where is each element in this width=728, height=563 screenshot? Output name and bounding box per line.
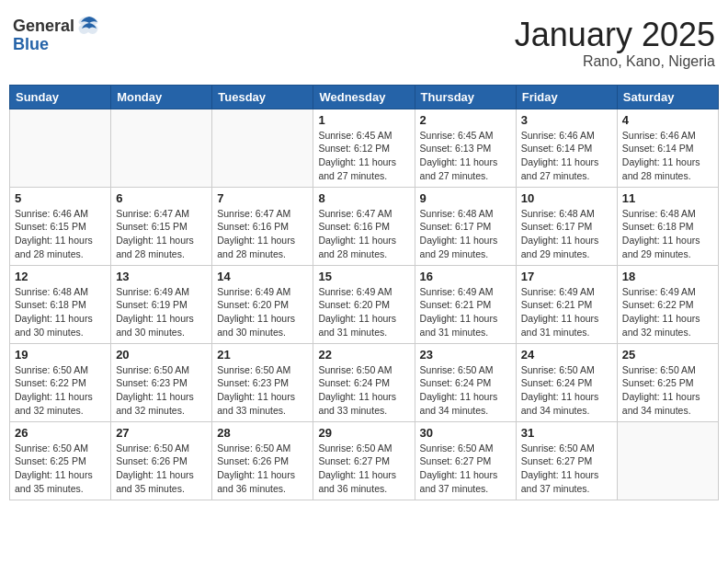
month-title: January 2025 (515, 17, 715, 53)
day-info: Sunrise: 6:49 AMSunset: 6:20 PMDaylight:… (318, 285, 409, 339)
calendar-cell: 21Sunrise: 6:50 AMSunset: 6:23 PMDayligh… (212, 343, 313, 421)
day-info: Sunrise: 6:45 AMSunset: 6:13 PMDaylight:… (420, 129, 511, 183)
day-number: 5 (15, 191, 106, 205)
day-number: 2 (420, 113, 511, 127)
page-header: General Blue January 2025 Rano, Kano, Ni… (9, 9, 719, 77)
calendar-cell: 22Sunrise: 6:50 AMSunset: 6:24 PMDayligh… (313, 343, 415, 421)
day-info: Sunrise: 6:45 AMSunset: 6:12 PMDaylight:… (318, 129, 409, 183)
calendar-cell: 6Sunrise: 6:47 AMSunset: 6:15 PMDaylight… (111, 187, 212, 265)
day-number: 29 (318, 426, 409, 440)
day-number: 15 (318, 270, 409, 283)
calendar-cell: 29Sunrise: 6:50 AMSunset: 6:27 PMDayligh… (313, 421, 415, 500)
day-info: Sunrise: 6:50 AMSunset: 6:25 PMDaylight:… (15, 442, 106, 496)
day-info: Sunrise: 6:49 AMSunset: 6:20 PMDaylight:… (217, 285, 308, 339)
day-number: 14 (217, 270, 308, 283)
calendar-cell: 26Sunrise: 6:50 AMSunset: 6:25 PMDayligh… (10, 421, 111, 500)
calendar-cell (111, 109, 212, 187)
day-info: Sunrise: 6:49 AMSunset: 6:22 PMDaylight:… (622, 285, 713, 339)
weekday-header-wednesday: Wednesday (313, 85, 415, 109)
weekday-header-row: SundayMondayTuesdayWednesdayThursdayFrid… (10, 85, 719, 109)
day-info: Sunrise: 6:48 AMSunset: 6:18 PMDaylight:… (15, 285, 106, 339)
logo-general-text: General (13, 17, 74, 37)
day-number: 1 (318, 113, 409, 127)
calendar-cell: 13Sunrise: 6:49 AMSunset: 6:19 PMDayligh… (111, 265, 212, 343)
day-info: Sunrise: 6:50 AMSunset: 6:24 PMDaylight:… (420, 363, 511, 418)
day-number: 6 (116, 191, 207, 205)
day-number: 9 (420, 191, 511, 205)
day-info: Sunrise: 6:48 AMSunset: 6:18 PMDaylight:… (622, 207, 713, 261)
day-info: Sunrise: 6:49 AMSunset: 6:21 PMDaylight:… (420, 285, 511, 339)
calendar-cell: 5Sunrise: 6:46 AMSunset: 6:15 PMDaylight… (10, 187, 111, 265)
day-info: Sunrise: 6:50 AMSunset: 6:24 PMDaylight:… (521, 363, 612, 418)
day-number: 26 (15, 426, 106, 440)
calendar-cell: 16Sunrise: 6:49 AMSunset: 6:21 PMDayligh… (415, 265, 516, 343)
day-info: Sunrise: 6:50 AMSunset: 6:26 PMDaylight:… (116, 442, 207, 496)
day-number: 7 (217, 191, 308, 205)
day-number: 19 (15, 348, 106, 362)
day-info: Sunrise: 6:46 AMSunset: 6:14 PMDaylight:… (521, 129, 612, 183)
calendar-cell: 31Sunrise: 6:50 AMSunset: 6:27 PMDayligh… (516, 421, 617, 500)
day-info: Sunrise: 6:46 AMSunset: 6:14 PMDaylight:… (622, 129, 713, 183)
weekday-header-tuesday: Tuesday (212, 85, 313, 109)
calendar-cell: 23Sunrise: 6:50 AMSunset: 6:24 PMDayligh… (415, 343, 516, 421)
calendar-cell (10, 109, 111, 187)
calendar-cell: 7Sunrise: 6:47 AMSunset: 6:16 PMDaylight… (212, 187, 313, 265)
day-number: 24 (521, 348, 612, 362)
calendar-cell (617, 421, 718, 500)
day-info: Sunrise: 6:47 AMSunset: 6:16 PMDaylight:… (318, 207, 409, 261)
calendar-table: SundayMondayTuesdayWednesdayThursdayFrid… (9, 85, 719, 500)
calendar-cell: 24Sunrise: 6:50 AMSunset: 6:24 PMDayligh… (516, 343, 617, 421)
day-info: Sunrise: 6:50 AMSunset: 6:27 PMDaylight:… (521, 442, 612, 496)
day-info: Sunrise: 6:50 AMSunset: 6:25 PMDaylight:… (622, 363, 713, 418)
calendar-cell: 20Sunrise: 6:50 AMSunset: 6:23 PMDayligh… (111, 343, 212, 421)
calendar-cell (212, 109, 313, 187)
day-number: 25 (622, 348, 713, 362)
day-number: 21 (217, 348, 308, 362)
title-area: January 2025 Rano, Kano, Nigeria (515, 17, 715, 70)
calendar-cell: 25Sunrise: 6:50 AMSunset: 6:25 PMDayligh… (617, 343, 718, 421)
calendar-cell: 19Sunrise: 6:50 AMSunset: 6:22 PMDayligh… (10, 343, 111, 421)
logo: General Blue (13, 17, 100, 54)
day-info: Sunrise: 6:47 AMSunset: 6:15 PMDaylight:… (116, 207, 207, 261)
logo-blue-text: Blue (13, 35, 100, 54)
day-number: 17 (521, 270, 612, 283)
calendar-cell: 18Sunrise: 6:49 AMSunset: 6:22 PMDayligh… (617, 265, 718, 343)
week-row-1: 1Sunrise: 6:45 AMSunset: 6:12 PMDaylight… (10, 109, 719, 187)
day-number: 4 (622, 113, 713, 127)
week-row-3: 12Sunrise: 6:48 AMSunset: 6:18 PMDayligh… (10, 265, 719, 343)
day-number: 8 (318, 191, 409, 205)
calendar-cell: 10Sunrise: 6:48 AMSunset: 6:17 PMDayligh… (516, 187, 617, 265)
week-row-2: 5Sunrise: 6:46 AMSunset: 6:15 PMDaylight… (10, 187, 719, 265)
day-number: 3 (521, 113, 612, 127)
day-info: Sunrise: 6:50 AMSunset: 6:27 PMDaylight:… (420, 442, 511, 496)
calendar-cell: 14Sunrise: 6:49 AMSunset: 6:20 PMDayligh… (212, 265, 313, 343)
weekday-header-thursday: Thursday (415, 85, 516, 109)
day-number: 30 (420, 426, 511, 440)
day-number: 23 (420, 348, 511, 362)
weekday-header-saturday: Saturday (617, 85, 718, 109)
calendar-cell: 27Sunrise: 6:50 AMSunset: 6:26 PMDayligh… (111, 421, 212, 500)
calendar-cell: 15Sunrise: 6:49 AMSunset: 6:20 PMDayligh… (313, 265, 415, 343)
calendar-cell: 1Sunrise: 6:45 AMSunset: 6:12 PMDaylight… (313, 109, 415, 187)
day-info: Sunrise: 6:50 AMSunset: 6:23 PMDaylight:… (217, 363, 308, 418)
day-info: Sunrise: 6:49 AMSunset: 6:19 PMDaylight:… (116, 285, 207, 339)
calendar-cell: 3Sunrise: 6:46 AMSunset: 6:14 PMDaylight… (516, 109, 617, 187)
day-number: 20 (116, 348, 207, 362)
calendar-cell: 17Sunrise: 6:49 AMSunset: 6:21 PMDayligh… (516, 265, 617, 343)
weekday-header-sunday: Sunday (10, 85, 111, 109)
logo-bird-icon (76, 16, 100, 36)
day-info: Sunrise: 6:50 AMSunset: 6:27 PMDaylight:… (318, 442, 409, 496)
day-number: 13 (116, 270, 207, 283)
calendar-cell: 2Sunrise: 6:45 AMSunset: 6:13 PMDaylight… (415, 109, 516, 187)
weekday-header-friday: Friday (516, 85, 617, 109)
location-subtitle: Rano, Kano, Nigeria (515, 53, 715, 70)
calendar-cell: 11Sunrise: 6:48 AMSunset: 6:18 PMDayligh… (617, 187, 718, 265)
week-row-5: 26Sunrise: 6:50 AMSunset: 6:25 PMDayligh… (10, 421, 719, 500)
calendar-cell: 9Sunrise: 6:48 AMSunset: 6:17 PMDaylight… (415, 187, 516, 265)
day-info: Sunrise: 6:50 AMSunset: 6:26 PMDaylight:… (217, 442, 308, 496)
calendar-cell: 8Sunrise: 6:47 AMSunset: 6:16 PMDaylight… (313, 187, 415, 265)
day-number: 28 (217, 426, 308, 440)
calendar-cell: 30Sunrise: 6:50 AMSunset: 6:27 PMDayligh… (415, 421, 516, 500)
week-row-4: 19Sunrise: 6:50 AMSunset: 6:22 PMDayligh… (10, 343, 719, 421)
calendar-cell: 12Sunrise: 6:48 AMSunset: 6:18 PMDayligh… (10, 265, 111, 343)
